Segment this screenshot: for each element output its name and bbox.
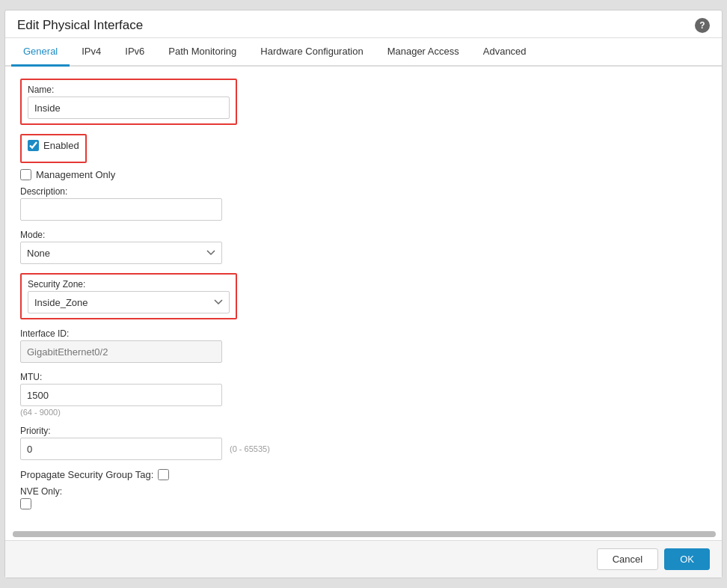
scrollbar-container bbox=[5, 531, 722, 540]
security-zone-red-border: Security Zone: Inside_Zone Outside_Zone … bbox=[20, 273, 237, 319]
dialog-title: Edit Physical Interface bbox=[17, 18, 143, 33]
ok-button[interactable]: OK bbox=[664, 548, 710, 570]
interface-id-group: Interface ID: bbox=[20, 328, 707, 363]
tab-ipv6[interactable]: IPv6 bbox=[113, 38, 156, 67]
propagate-sgt-label: Propagate Security Group Tag: bbox=[20, 469, 153, 480]
interface-id-input bbox=[20, 340, 222, 363]
tab-bar: General IPv4 IPv6 Path Monitoring Hardwa… bbox=[5, 38, 722, 67]
interface-id-label: Interface ID: bbox=[20, 328, 707, 339]
description-group: Description: bbox=[20, 186, 707, 221]
priority-label: Priority: bbox=[20, 426, 707, 436]
description-label: Description: bbox=[20, 186, 707, 197]
name-input[interactable] bbox=[28, 97, 230, 119]
dialog-footer: Cancel OK bbox=[5, 540, 722, 578]
mode-select[interactable]: None Passive Inline Inline Tap Erspan bbox=[20, 242, 222, 264]
description-input[interactable] bbox=[20, 198, 222, 221]
mtu-label: MTU: bbox=[20, 372, 707, 382]
propagate-sgt-row: Propagate Security Group Tag: bbox=[20, 469, 707, 480]
management-only-row: Management Only bbox=[20, 169, 707, 180]
enabled-red-border-wrapper: Enabled bbox=[20, 134, 707, 163]
mtu-hint: (64 - 9000) bbox=[20, 408, 707, 417]
mtu-row bbox=[20, 384, 707, 406]
name-group: Name: bbox=[20, 79, 707, 125]
security-zone-select[interactable]: Inside_Zone Outside_Zone DMZ_Zone bbox=[28, 291, 230, 313]
edit-physical-interface-dialog: Edit Physical Interface ? General IPv4 I… bbox=[4, 10, 723, 578]
propagate-sgt-checkbox[interactable] bbox=[158, 469, 169, 480]
nve-only-row bbox=[20, 498, 707, 509]
horizontal-scrollbar[interactable] bbox=[13, 531, 714, 537]
security-zone-label: Security Zone: bbox=[28, 279, 230, 290]
name-label: Name: bbox=[28, 85, 230, 95]
mode-label: Mode: bbox=[20, 230, 707, 240]
nve-only-label: NVE Only: bbox=[20, 486, 707, 497]
priority-group: Priority: (0 - 65535) bbox=[20, 426, 707, 460]
tab-hardware-configuration[interactable]: Hardware Configuration bbox=[248, 38, 375, 67]
enabled-row: Enabled bbox=[28, 140, 79, 151]
priority-hint: (0 - 65535) bbox=[230, 444, 270, 453]
cancel-button[interactable]: Cancel bbox=[597, 548, 658, 570]
mode-group: Mode: None Passive Inline Inline Tap Ers… bbox=[20, 230, 707, 264]
name-red-border: Name: bbox=[20, 79, 237, 125]
mtu-group: MTU: (64 - 9000) bbox=[20, 372, 707, 417]
management-only-label: Management Only bbox=[36, 169, 115, 180]
tab-path-monitoring[interactable]: Path Monitoring bbox=[156, 38, 248, 67]
mtu-input[interactable] bbox=[20, 384, 222, 406]
management-only-checkbox[interactable] bbox=[20, 169, 31, 180]
tab-ipv4[interactable]: IPv4 bbox=[70, 38, 113, 67]
tab-content: Name: Enabled Management Only Descriptio… bbox=[5, 67, 722, 531]
enabled-checkbox[interactable] bbox=[28, 140, 39, 151]
scrollbar-thumb bbox=[13, 531, 716, 537]
tab-manager-access[interactable]: Manager Access bbox=[375, 38, 471, 67]
nve-only-group: NVE Only: bbox=[20, 486, 707, 509]
help-icon[interactable]: ? bbox=[695, 18, 710, 33]
priority-row: (0 - 65535) bbox=[20, 438, 707, 460]
tab-general[interactable]: General bbox=[11, 38, 70, 67]
enabled-label: Enabled bbox=[43, 140, 79, 151]
dialog-header: Edit Physical Interface ? bbox=[5, 10, 722, 38]
enabled-red-border: Enabled bbox=[20, 134, 87, 163]
nve-only-checkbox[interactable] bbox=[20, 498, 31, 509]
tab-advanced[interactable]: Advanced bbox=[471, 38, 539, 67]
priority-input[interactable] bbox=[20, 438, 222, 460]
